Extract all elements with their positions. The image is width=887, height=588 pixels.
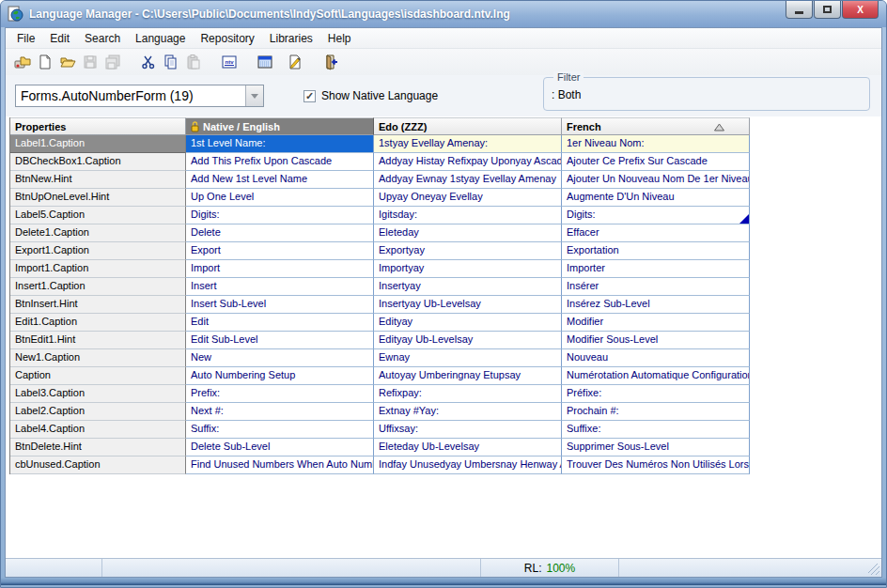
table-row[interactable]: Label4.Caption Suffix: Uffixsay: Suffixe… <box>10 421 750 439</box>
native-cell[interactable]: Find Unused Numbers When Auto Numbering <box>186 456 374 474</box>
french-cell[interactable]: Modifier <box>562 314 750 332</box>
native-cell[interactable]: Export <box>186 242 374 260</box>
app-globe-icon[interactable] <box>7 6 23 23</box>
native-cell[interactable]: Prefix: <box>186 385 374 403</box>
column-header-native[interactable]: Native / English <box>186 117 374 135</box>
native-cell[interactable]: Delete <box>186 224 374 242</box>
property-cell[interactable]: BtnInsert.Hint <box>10 296 186 314</box>
property-cell[interactable]: Label5.Caption <box>10 207 186 224</box>
french-cell[interactable]: Numérotation Automatique Configuration <box>562 367 750 385</box>
show-native-checkbox[interactable]: ✓ Show Native Language <box>303 89 438 102</box>
column-header-edo[interactable]: Edo (ZZZ) <box>374 117 562 135</box>
paste-button[interactable] <box>182 51 205 73</box>
french-cell[interactable]: Effacer <box>562 224 750 242</box>
property-cell[interactable]: Label3.Caption <box>10 385 186 403</box>
save-button[interactable] <box>79 51 101 73</box>
edo-cell[interactable]: Refixpay: <box>374 385 562 403</box>
table-row[interactable]: New1.Caption New Ewnay Nouveau <box>10 349 750 367</box>
property-cell[interactable]: Export1.Caption <box>10 242 186 260</box>
french-cell[interactable]: Suffixe: <box>562 421 750 439</box>
french-cell[interactable]: Modifier Sous-Level <box>562 332 750 349</box>
table-row[interactable]: BtnInsert.Hint Insert Sub-Level Insertya… <box>10 296 750 314</box>
menu-item[interactable]: Help <box>320 30 359 47</box>
close-button[interactable]: X <box>842 1 879 19</box>
french-cell[interactable]: 1er Niveau Nom: <box>562 135 750 153</box>
copy-button[interactable] <box>160 51 182 73</box>
native-cell[interactable]: Add New 1st Level Name <box>186 171 374 189</box>
table-row[interactable]: Edit1.Caption Edit Edityay Modifier <box>10 314 750 332</box>
property-cell[interactable]: cbUnused.Caption <box>10 456 186 474</box>
edo-cell[interactable]: Insertyay <box>374 278 562 296</box>
native-cell[interactable]: Insert Sub-Level <box>186 296 374 314</box>
edo-cell[interactable]: Edityay <box>374 314 562 332</box>
save-all-button[interactable] <box>101 51 124 73</box>
table-row[interactable]: BtnUpOneLevel.Hint Up One Level Upyay On… <box>10 189 750 207</box>
french-cell[interactable]: Préfixe: <box>562 385 750 403</box>
property-cell[interactable]: Label4.Caption <box>10 421 186 439</box>
table-row[interactable]: Insert1.Caption Insert Insertyay Insérer <box>10 278 750 296</box>
property-cell[interactable]: Edit1.Caption <box>10 314 186 332</box>
french-cell[interactable]: Exportation <box>562 242 750 260</box>
menu-item[interactable]: Language <box>128 30 193 47</box>
property-cell[interactable]: BtnUpOneLevel.Hint <box>10 189 186 207</box>
minimize-button[interactable] <box>786 1 813 19</box>
edo-cell[interactable]: Ewnay <box>374 349 562 367</box>
table-row[interactable]: BtnDelete.Hint Delete Sub-Level Eleteday… <box>10 439 750 456</box>
property-cell[interactable]: Caption <box>10 367 186 385</box>
table-row[interactable]: Label3.Caption Prefix: Refixpay: Préfixe… <box>10 385 750 403</box>
open-file-button[interactable] <box>56 51 79 73</box>
menu-item[interactable]: File <box>9 30 42 47</box>
table-row[interactable]: Delete1.Caption Delete Eleteday Effacer <box>10 224 750 242</box>
edo-cell[interactable]: Eleteday <box>374 224 562 242</box>
menu-item[interactable]: Edit <box>42 30 77 47</box>
native-cell[interactable]: Edit <box>186 314 374 332</box>
edo-cell[interactable]: Upyay Oneyay Evellay <box>374 189 562 207</box>
edo-cell[interactable]: 1styay Evellay Amenay: <box>374 135 562 153</box>
property-cell[interactable]: BtnDelete.Hint <box>10 439 186 456</box>
native-cell[interactable]: Auto Numbering Setup <box>186 367 374 385</box>
french-cell[interactable]: Importer <box>562 260 750 278</box>
native-cell[interactable]: Add This Prefix Upon Cascade <box>186 153 374 171</box>
native-cell[interactable]: Insert <box>186 278 374 296</box>
edo-cell[interactable]: Autoyay Umberingnay Etupsay <box>374 367 562 385</box>
form-selector-dropdown-button[interactable] <box>245 85 263 106</box>
native-cell[interactable]: Suffix: <box>186 421 374 439</box>
table-row[interactable]: Caption Auto Numbering Setup Autoyay Umb… <box>10 367 750 385</box>
new-language-button[interactable] <box>11 51 34 73</box>
property-cell[interactable]: Insert1.Caption <box>10 278 186 296</box>
menu-item[interactable]: Repository <box>193 30 261 47</box>
french-cell[interactable]: Insérer <box>562 278 750 296</box>
maximize-button[interactable] <box>814 1 841 19</box>
edo-cell[interactable]: Importyay <box>374 260 562 278</box>
property-cell[interactable]: Label1.Caption <box>10 135 186 153</box>
edo-cell[interactable]: Edityay Ub-Levelsay <box>374 332 562 349</box>
table-row[interactable]: cbUnused.Caption Find Unused Numbers Whe… <box>10 456 750 474</box>
french-cell[interactable]: Prochain #: <box>562 403 750 421</box>
native-cell[interactable]: Up One Level <box>186 189 374 207</box>
property-cell[interactable]: Delete1.Caption <box>10 224 186 242</box>
table-row[interactable]: BtnEdit1.Hint Edit Sub-Level Edityay Ub-… <box>10 332 750 349</box>
form-selector-combobox[interactable]: Forms.AutoNumberForm (19) <box>15 85 264 107</box>
filter-value[interactable]: : Both <box>552 88 581 101</box>
edo-cell[interactable]: Addyay Histay Refixpay Uponyay Ascadecay <box>374 153 562 171</box>
property-cell[interactable]: Import1.Caption <box>10 260 186 278</box>
cut-button[interactable] <box>137 51 160 73</box>
edo-cell[interactable]: Insertyay Ub-Levelsay <box>374 296 562 314</box>
french-cell[interactable]: Trouver Des Numéros Non Utilisés Lorsque <box>562 456 750 474</box>
french-cell[interactable]: Augmente D'Un Niveau <box>562 189 750 207</box>
native-cell[interactable]: Import <box>186 260 374 278</box>
french-cell[interactable]: Insérez Sub-Level <box>562 296 750 314</box>
french-cell[interactable]: Digits: <box>562 207 750 224</box>
new-document-button[interactable] <box>34 51 56 73</box>
native-file-button[interactable]: ntv <box>218 51 241 73</box>
column-header-properties[interactable]: Properties <box>10 117 186 135</box>
edo-cell[interactable]: Exportyay <box>374 242 562 260</box>
native-cell[interactable]: 1st Level Name: <box>186 135 374 153</box>
resize-grip[interactable] <box>868 564 879 575</box>
french-cell[interactable]: Ajouter Ce Prefix Sur Cascade <box>562 153 750 171</box>
native-cell[interactable]: Edit Sub-Level <box>186 332 374 349</box>
table-row[interactable]: Label1.Caption 1st Level Name: 1styay Ev… <box>10 135 750 153</box>
edo-cell[interactable]: Igitsday: <box>374 207 562 224</box>
property-cell[interactable]: DBCheckBox1.Caption <box>10 153 186 171</box>
native-cell[interactable]: Delete Sub-Level <box>186 439 374 456</box>
